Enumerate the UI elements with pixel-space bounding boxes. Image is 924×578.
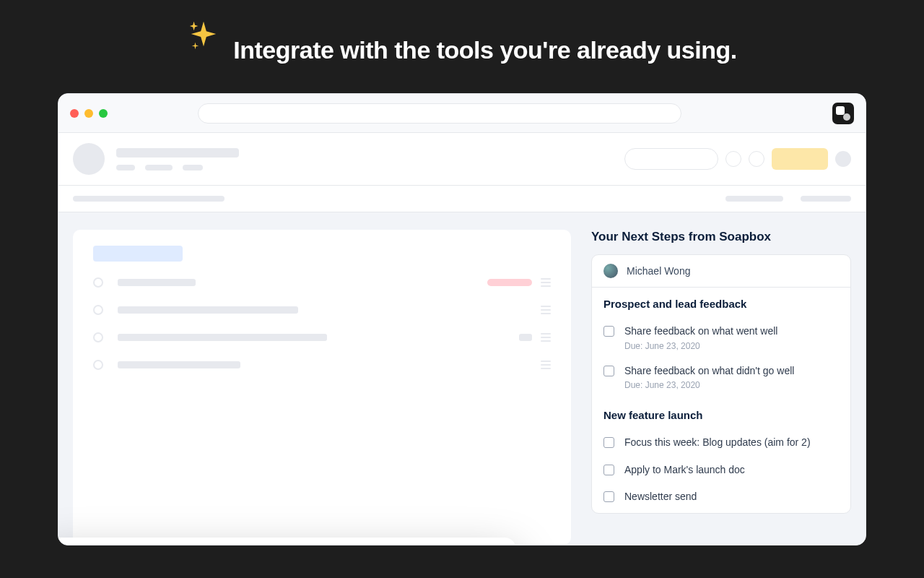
window-minimize-icon[interactable] [84, 109, 93, 118]
edit-skeleton [519, 334, 532, 341]
drag-handle-icon[interactable] [541, 361, 551, 369]
line-skeleton [118, 306, 298, 314]
next-steps-panel: Your Next Steps from Soapbox Michael Won… [591, 230, 851, 545]
task-text: Apply to Mark's launch doc [624, 463, 745, 478]
line-skeleton [118, 334, 327, 341]
meta-skeleton [116, 165, 135, 171]
task-item[interactable]: Apply to Mark's launch doc [592, 459, 850, 486]
task-due: Due: June 23, 2020 [624, 341, 777, 351]
task-due: Due: June 23, 2020 [624, 380, 794, 390]
sub-bar [58, 186, 866, 212]
tab-skeleton [725, 196, 783, 202]
tag-skeleton [487, 279, 532, 286]
section-title: New feature launch [603, 409, 839, 421]
app-header [58, 133, 866, 186]
checkbox-icon[interactable] [603, 326, 614, 337]
task-text: Newsletter send [624, 490, 697, 504]
bullet-icon [93, 305, 103, 315]
meta-skeleton [183, 165, 203, 171]
checkbox-icon[interactable] [603, 437, 614, 448]
avatar-skeleton[interactable] [835, 151, 851, 167]
avatar [603, 264, 618, 278]
drag-handle-icon[interactable] [541, 278, 551, 287]
icon-button-skeleton[interactable] [725, 151, 741, 167]
hero-title: Integrate with the tools you're already … [233, 36, 736, 64]
tab-skeleton [801, 196, 851, 202]
breadcrumb-skeleton [73, 196, 225, 202]
sparkles-icon [187, 19, 220, 52]
window-close-icon[interactable] [70, 109, 79, 118]
task-text: Share feedback on what didn't go well [624, 364, 794, 379]
browser-window: asana 31 [58, 93, 866, 545]
user-row[interactable]: Michael Wong [592, 255, 850, 288]
avatar-skeleton [73, 143, 105, 175]
title-skeleton [116, 148, 239, 158]
search-skeleton[interactable] [624, 148, 718, 170]
task-item[interactable]: Share feedback on what didn't go well Du… [592, 360, 850, 400]
checkbox-icon[interactable] [603, 465, 614, 475]
icon-button-skeleton[interactable] [749, 151, 764, 167]
bullet-icon [93, 360, 103, 370]
task-text: Share feedback on what went well [624, 324, 777, 339]
window-maximize-icon[interactable] [99, 109, 108, 118]
line-skeleton [118, 279, 196, 286]
user-name: Michael Wong [627, 265, 690, 277]
browser-chrome [58, 94, 866, 133]
cta-button-skeleton[interactable] [772, 148, 828, 170]
document-card: asana 31 [73, 230, 571, 545]
bullet-icon [93, 332, 103, 342]
task-item[interactable]: Newsletter send [592, 486, 850, 513]
task-item[interactable]: Focus this week: Blog updates (aim for 2… [592, 431, 850, 459]
line-skeleton [118, 361, 240, 368]
task-text: Focus this week: Blog updates (aim for 2… [624, 436, 811, 450]
checkbox-icon[interactable] [603, 491, 614, 502]
url-bar[interactable] [198, 103, 681, 124]
drag-handle-icon[interactable] [541, 333, 551, 342]
task-item[interactable]: Share feedback on what went well Due: Ju… [592, 320, 850, 360]
checkbox-icon[interactable] [603, 366, 614, 376]
panel-title: Your Next Steps from Soapbox [591, 230, 851, 244]
bullet-icon [93, 277, 103, 288]
section-title: Prospect and lead feedback [603, 298, 839, 310]
doc-title-skeleton [93, 246, 183, 262]
meta-skeleton [145, 165, 173, 171]
soapbox-extension-icon[interactable] [832, 103, 854, 124]
drag-handle-icon[interactable] [541, 306, 551, 314]
integrations-strip: asana 31 [58, 538, 516, 545]
